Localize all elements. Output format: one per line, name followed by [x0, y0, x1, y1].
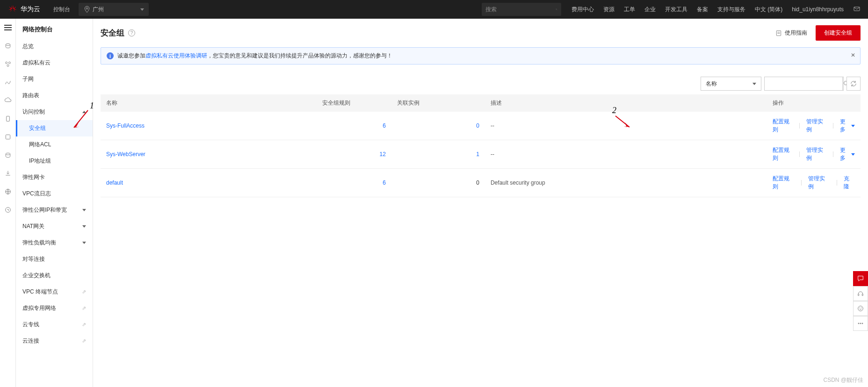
rail-icon-10[interactable]: [4, 206, 12, 214]
op-more[interactable]: 更多: [840, 146, 855, 162]
huawei-logo-icon: [7, 4, 18, 14]
notice-link[interactable]: 虚拟私有云使用体验调研: [145, 52, 207, 59]
op-more[interactable]: 更多: [840, 118, 855, 134]
sidebar-item-routetable[interactable]: 路由表: [16, 87, 93, 104]
instances-count[interactable]: 0: [397, 122, 479, 129]
th-name: 名称: [101, 94, 317, 112]
sidebar-item-vpc[interactable]: 虚拟私有云: [16, 55, 93, 71]
rail-icon-5[interactable]: [4, 115, 12, 123]
sidebar-item-cloudconnect[interactable]: 云连接⇗: [16, 333, 93, 349]
rules-count[interactable]: 12: [322, 151, 386, 158]
rail-icon-8[interactable]: [4, 169, 12, 178]
op-more-label: 更多: [840, 146, 850, 162]
search-icon[interactable]: [556, 6, 557, 13]
sidebar-item-label: 云连接: [22, 337, 39, 345]
nav-devtools[interactable]: 开发工具: [665, 6, 687, 14]
filter-by-dropdown[interactable]: 名称: [701, 77, 761, 91]
op-config[interactable]: 配置规则: [773, 146, 793, 162]
sidebar-item-peering[interactable]: 对等连接: [16, 251, 93, 267]
sidebar-title: 网络控制台: [16, 19, 93, 38]
rules-count[interactable]: 6: [322, 179, 386, 186]
help-button[interactable]: [853, 286, 868, 301]
nav-resources[interactable]: 资源: [603, 6, 615, 14]
logo[interactable]: 华为云: [7, 4, 40, 14]
guide-link[interactable]: 使用指南: [775, 29, 807, 37]
sidebar-item-directconnect[interactable]: 云专线⇗: [16, 316, 93, 333]
sidebar-item-label: 虚拟私有云: [22, 59, 51, 67]
global-search[interactable]: [482, 3, 561, 16]
nav-ticket[interactable]: 工单: [624, 6, 635, 14]
survey-button[interactable]: [853, 301, 868, 316]
dots-icon: [857, 320, 864, 327]
op-manage[interactable]: 管理实例: [806, 146, 826, 162]
op-manage[interactable]: 管理实例: [806, 118, 826, 134]
page-title: 安全组: [101, 28, 124, 38]
region-picker[interactable]: 广州: [79, 3, 149, 16]
sidebar-item-elb[interactable]: 弹性负载均衡: [16, 235, 93, 251]
help-icon[interactable]: ?: [128, 29, 135, 36]
search-input[interactable]: [485, 6, 556, 13]
rail-icon-4[interactable]: [4, 96, 12, 105]
rail-icon-7[interactable]: [4, 151, 12, 159]
sidebar-item-label: 路由表: [22, 92, 39, 100]
rules-count[interactable]: 6: [322, 122, 386, 129]
th-instances: 关联实例: [391, 94, 485, 112]
feedback-button[interactable]: [853, 271, 868, 286]
sidebar-item-overview[interactable]: 总览: [16, 38, 93, 55]
sidebar-item-eni[interactable]: 弹性网卡: [16, 169, 93, 186]
sep: [833, 123, 833, 129]
op-clone[interactable]: 克隆: [844, 175, 855, 191]
sidebar-item-access-control[interactable]: 访问控制: [16, 104, 93, 120]
nav-billing[interactable]: 费用中心: [571, 6, 594, 14]
sg-name-link[interactable]: Sys-WebServer: [106, 151, 145, 158]
nav-user[interactable]: hid_u1iyn8hhrpuyuts: [792, 6, 844, 13]
close-icon[interactable]: ✕: [851, 52, 855, 58]
sidebar-item-eip[interactable]: 弹性公网IP和带宽: [16, 202, 93, 218]
nav-enterprise[interactable]: 企业: [644, 6, 656, 14]
rail-icon-2[interactable]: [4, 60, 12, 68]
sidebar-item-vpn[interactable]: 虚拟专用网络⇗: [16, 300, 93, 316]
rail-icon-3[interactable]: [4, 78, 12, 86]
rail-icon-1[interactable]: [4, 42, 12, 50]
sg-name-link[interactable]: default: [106, 179, 123, 186]
sidebar-item-flowlog[interactable]: VPC流日志: [16, 186, 93, 202]
sidebar-item-security-group[interactable]: 安全组: [16, 120, 93, 136]
instances-count[interactable]: 1: [397, 151, 479, 158]
op-manage[interactable]: 管理实例: [808, 175, 830, 191]
op-config[interactable]: 配置规则: [773, 175, 795, 191]
create-security-group-button[interactable]: 创建安全组: [816, 25, 861, 41]
sep: [833, 151, 833, 157]
sidebar-item-enterprise-switch[interactable]: 企业交换机: [16, 267, 93, 284]
menu-toggle[interactable]: [4, 23, 12, 32]
sidebar-item-acl[interactable]: 网络ACL: [16, 136, 93, 153]
rail-icon-9[interactable]: [4, 187, 12, 196]
sep: [799, 123, 800, 129]
sidebar-item-ipgroup[interactable]: IP地址组: [16, 153, 93, 169]
sep: [799, 151, 800, 157]
sidebar-item-vpcep[interactable]: VPC 终端节点⇗: [16, 284, 93, 300]
svg-point-21: [860, 308, 860, 308]
svg-point-4: [6, 43, 10, 45]
console-link[interactable]: 控制台: [47, 6, 77, 14]
filter-input[interactable]: [765, 77, 842, 90]
sidebar-item-nat[interactable]: NAT网关: [16, 218, 93, 235]
th-desc: 描述: [485, 94, 767, 112]
svg-point-7: [7, 64, 9, 66]
float-bar: [853, 271, 868, 331]
rail-icon-6[interactable]: [4, 133, 12, 141]
icon-rail: [0, 19, 16, 387]
refresh-button[interactable]: [846, 77, 861, 91]
op-config[interactable]: 配置规则: [773, 118, 793, 134]
more-button[interactable]: [853, 316, 868, 331]
mail-icon[interactable]: [853, 5, 861, 14]
external-link-icon: ⇗: [82, 289, 86, 295]
instances-count: 0: [397, 179, 479, 186]
nav-lang[interactable]: 中文 (简体): [755, 6, 782, 14]
nav-support[interactable]: 支持与服务: [717, 6, 745, 14]
sidebar-item-subnet[interactable]: 子网: [16, 71, 93, 87]
nav-icp[interactable]: 备案: [697, 6, 708, 14]
chevron-down-icon: [82, 225, 86, 228]
sidebar-item-label: IP地址组: [29, 157, 51, 165]
sidebar-item-label: 网络ACL: [29, 141, 51, 149]
sg-name-link[interactable]: Sys-FullAccess: [106, 122, 145, 129]
